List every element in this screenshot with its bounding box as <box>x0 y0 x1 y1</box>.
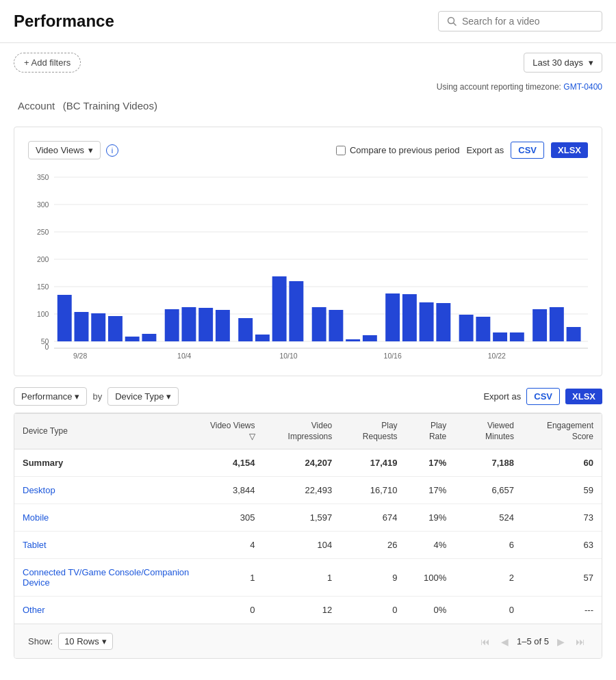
svg-rect-30 <box>289 281 303 341</box>
svg-rect-19 <box>91 313 105 341</box>
tablet-viewed-minutes: 6 <box>454 532 522 559</box>
tablet-play-rate: 4% <box>406 532 455 559</box>
mobile-video-impressions: 1,597 <box>264 504 341 532</box>
table-export-csv-button[interactable]: CSV <box>526 388 560 405</box>
svg-rect-42 <box>510 332 524 341</box>
pagination-controls: ⏮ ◀ 1–5 of 5 ▶ ⏭ <box>478 635 588 649</box>
chart-export-xlsx-button[interactable]: XLSX <box>551 142 588 158</box>
performance-chevron-icon: ▾ <box>75 391 79 402</box>
timezone-link[interactable]: GMT-0400 <box>563 82 602 92</box>
date-range-select[interactable]: Last 30 days ▾ <box>524 53 602 73</box>
mobile-label[interactable]: Mobile <box>14 504 201 532</box>
col-video-impressions: Video Impressio­ns <box>264 414 341 449</box>
desktop-label[interactable]: Desktop <box>14 477 201 504</box>
account-section: Account (BC Training Videos) <box>0 97 616 120</box>
device-type-chevron-icon: ▾ <box>166 391 171 402</box>
svg-text:10/4: 10/4 <box>177 352 191 360</box>
connected-tv-play-requests: 9 <box>340 559 405 597</box>
svg-rect-45 <box>567 327 581 341</box>
svg-rect-40 <box>476 317 490 341</box>
tablet-label[interactable]: Tablet <box>14 532 201 559</box>
mobile-viewed-minutes: 524 <box>454 504 522 532</box>
svg-text:9/28: 9/28 <box>73 352 87 360</box>
add-filters-button[interactable]: + Add filters <box>14 53 81 73</box>
summary-viewed-minutes: 7,188 <box>454 449 522 477</box>
metric-label: Video Views <box>36 145 84 155</box>
account-title: Account (BC Training Videos) <box>14 97 602 113</box>
svg-rect-41 <box>493 332 507 341</box>
table-row-mobile: Mobile 305 1,597 674 19% 524 73 <box>14 504 602 532</box>
svg-text:150: 150 <box>37 283 49 291</box>
svg-rect-31 <box>312 307 326 341</box>
svg-rect-17 <box>57 295 72 341</box>
next-page-button[interactable]: ▶ <box>554 635 567 649</box>
tablet-link[interactable]: Tablet <box>23 540 47 550</box>
svg-rect-24 <box>181 307 196 341</box>
svg-text:10/22: 10/22 <box>488 352 506 360</box>
chart-toolbar-left: Video Views ▾ i <box>28 141 118 159</box>
device-type-select[interactable]: Device Type ▾ <box>107 387 179 406</box>
svg-rect-22 <box>142 334 156 341</box>
search-input[interactable] <box>462 16 593 27</box>
info-icon[interactable]: i <box>106 144 118 157</box>
last-page-button[interactable]: ⏭ <box>573 635 588 649</box>
svg-rect-43 <box>532 309 547 341</box>
connected-tv-engagement-score: 57 <box>522 559 602 597</box>
summary-engagement-score: 60 <box>522 449 602 477</box>
tablet-video-impressions: 104 <box>264 532 341 559</box>
device-type-label: Device Type <box>115 391 164 402</box>
svg-rect-38 <box>436 303 450 341</box>
svg-rect-27 <box>238 318 253 341</box>
svg-rect-20 <box>108 316 123 341</box>
first-page-button[interactable]: ⏮ <box>478 635 493 649</box>
metric-select[interactable]: Video Views ▾ <box>28 141 101 159</box>
performance-select[interactable]: Performance ▾ <box>14 387 87 406</box>
desktop-video-views: 3,844 <box>201 477 264 504</box>
desktop-play-rate: 17% <box>406 477 455 504</box>
table-export-xlsx-button[interactable]: XLSX <box>565 389 602 404</box>
chart-area: 350 300 250 200 150 100 50 0 <box>28 170 588 362</box>
tablet-play-requests: 26 <box>340 532 405 559</box>
desktop-link[interactable]: Desktop <box>23 485 55 495</box>
table-section: Performance ▾ by Device Type ▾ Export as… <box>14 387 602 659</box>
search-box[interactable] <box>438 11 602 31</box>
mobile-link[interactable]: Mobile <box>23 512 49 523</box>
svg-rect-35 <box>385 293 400 341</box>
compare-checkbox[interactable] <box>336 146 346 155</box>
show-label: Show: <box>28 636 53 646</box>
summary-video-views: 4,154 <box>201 449 264 477</box>
account-subtitle: (BC Training Videos) <box>63 100 157 112</box>
other-video-views: 0 <box>201 597 264 624</box>
connected-tv-link[interactable]: Connected TV/Game Console/Companion Devi… <box>23 567 189 588</box>
page-info: 1–5 of 5 <box>517 636 549 646</box>
col-play-requests: Play Requests <box>340 414 405 449</box>
compare-label[interactable]: Compare to previous period <box>336 145 459 155</box>
svg-rect-32 <box>329 310 343 341</box>
export-label: Export as <box>466 145 504 155</box>
metric-chevron-icon: ▾ <box>88 145 93 155</box>
performance-label: Performance <box>21 391 72 402</box>
other-viewed-minutes: 0 <box>454 597 522 624</box>
table-toolbar-right: Export as CSV XLSX <box>483 388 602 405</box>
svg-rect-26 <box>216 310 230 341</box>
toolbar: + Add filters Last 30 days ▾ <box>0 43 616 82</box>
chart-export-csv-button[interactable]: CSV <box>511 142 544 159</box>
table-toolbar: Performance ▾ by Device Type ▾ Export as… <box>14 387 602 406</box>
other-engagement-score: --- <box>522 597 602 624</box>
svg-rect-25 <box>198 308 213 341</box>
data-table-wrapper: Device Type Video Views ▽ Video Impressi… <box>14 413 602 659</box>
tablet-video-views: 4 <box>201 532 264 559</box>
chevron-down-icon: ▾ <box>589 57 593 68</box>
svg-rect-34 <box>363 335 377 341</box>
col-engagement-score: Engagem­ent Score <box>522 414 602 449</box>
other-label[interactable]: Other <box>14 597 201 624</box>
connected-tv-label[interactable]: Connected TV/Game Console/Companion Devi… <box>14 559 201 597</box>
table-header-row: Device Type Video Views ▽ Video Impressi… <box>14 414 602 449</box>
svg-text:0: 0 <box>45 343 49 351</box>
other-link[interactable]: Other <box>23 605 45 615</box>
rows-select[interactable]: 10 Rows ▾ <box>58 633 113 650</box>
mobile-play-requests: 674 <box>340 504 405 532</box>
col-video-views[interactable]: Video Views ▽ <box>201 414 264 449</box>
prev-page-button[interactable]: ◀ <box>498 635 511 649</box>
mobile-engagement-score: 73 <box>522 504 602 532</box>
